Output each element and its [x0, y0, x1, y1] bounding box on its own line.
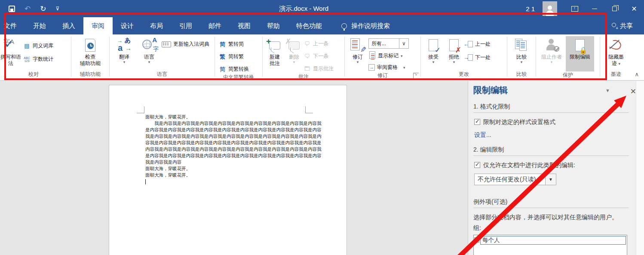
editing-restrictions-checkbox[interactable] [474, 162, 480, 168]
groups-listbox[interactable]: 每个人 [473, 235, 627, 255]
document-page[interactable]: 面朝大海，穿暖花开。 我是内容我是内容我是内容我是内容我是内容我是内容我是内容我… [109, 85, 347, 255]
track-changes-button[interactable]: ✎ 修订 ▾ [347, 36, 368, 64]
pane-close-icon[interactable]: ✕ [630, 87, 636, 96]
tab-design[interactable]: 设计 [113, 17, 142, 34]
everyone-list-item[interactable]: 每个人 [480, 236, 626, 245]
accept-icon: ✓ [429, 39, 438, 51]
qat-customize-icon[interactable]: ⊽ [56, 6, 60, 12]
ribbon-tabs: 文件 开始 插入 审阅 设计 布局 引用 邮件 视图 帮助 特色功能 [0, 17, 330, 34]
formatting-restrictions-checkbox[interactable] [474, 119, 480, 125]
next-change-icon: → [464, 54, 473, 61]
restore-icon [612, 6, 617, 11]
group-separator [536, 37, 536, 77]
tab-file[interactable]: 文件 [0, 17, 25, 34]
tab-mailings[interactable]: 邮件 [200, 17, 230, 34]
group-tracking: ✎ 修订 ▾ 所有... ∨ 显示标记 ▾ → [345, 34, 420, 80]
doc-line: 是内容我是内容我是内容我是内容我是内容我是内容我是内容我是内容我是内容我是内容 [145, 127, 317, 133]
language-button[interactable]: A字 语言 ▾ [137, 36, 162, 64]
editing-type-dropdown[interactable]: 不允许任何更改(只读) ▼ [474, 174, 629, 185]
everyone-checkbox[interactable] [474, 237, 479, 243]
minimize-button[interactable] [585, 0, 604, 17]
compare-button[interactable]: 比较 ▾ [510, 36, 533, 64]
delete-comment-button[interactable]: ✗ 删除 ▾ [285, 36, 304, 64]
accept-button[interactable]: ✓ 接受 ▾ [423, 36, 444, 64]
tab-review[interactable]: 审阅 [83, 17, 113, 34]
share-person-icon [610, 23, 617, 29]
tab-view[interactable]: 视图 [230, 17, 259, 34]
hide-ink-button[interactable]: 隐藏墨 迹 ▾ [603, 36, 629, 67]
markup-value: 所有... [368, 38, 399, 49]
show-comments-button[interactable]: 🗔 显示批注 [304, 64, 334, 73]
text-cursor [145, 179, 146, 184]
reject-button[interactable]: ✗ 拒绝 ▾ [444, 36, 464, 64]
group-separator [600, 37, 600, 77]
close-button[interactable]: ✕ [624, 0, 644, 17]
markup-dropdown-icon[interactable]: ∨ [399, 38, 409, 49]
ribbon-review: 字A ✓ 拼写和语法 ▤ 同义词库 ABC123 字数统计 校对 [0, 34, 644, 81]
book-icon: ▤ [23, 43, 31, 49]
tracking-dialog-launcher-icon[interactable] [413, 73, 419, 78]
ribbon-display-options-button[interactable] [565, 0, 585, 17]
tab-layout[interactable]: 布局 [142, 17, 171, 34]
check-accessibility-button[interactable]: 检查 辅助功能 [74, 36, 106, 67]
group-label-tracking: 修订 [345, 72, 420, 80]
margin-mark-left [137, 106, 144, 113]
group-changes: ✓ 接受 ▾ ✗ 拒绝 ▾ ← 上一处 → 下一处 [421, 34, 506, 80]
redo-icon[interactable]: ↻ [40, 4, 46, 13]
next-change-button[interactable]: → 下一处 [464, 53, 491, 62]
group-ink: 隐藏墨 迹 ▾ 墨迹 [601, 34, 632, 80]
group-label-language: 语言 [110, 71, 214, 80]
reviewing-pane-button[interactable]: → 审阅窗格 ▾ [368, 63, 409, 72]
markup-selector[interactable]: 所有... ∨ [368, 38, 409, 49]
show-markup-button[interactable]: 显示标记 ▾ [368, 51, 409, 60]
tab-home[interactable]: 开始 [25, 17, 54, 34]
tell-me-search[interactable]: 操作说明搜索 [341, 17, 390, 34]
group-comments: + 新建 批注 ✗ 删除 ▾ 🗩 上一条 🗨 下一条 [263, 34, 344, 80]
group-label-accessibility: 辅助功能 [72, 71, 109, 80]
traditional-to-simplified-button[interactable]: 简 繁转简 [219, 40, 249, 49]
doc-line: 是内容我是内容我是内容我是内容我是内容我是内容我是内容我是内容我是内容我是内容 [145, 152, 317, 159]
user-avatar[interactable] [543, 1, 557, 16]
tab-help[interactable]: 帮助 [259, 17, 288, 34]
tab-references[interactable]: 引用 [171, 17, 200, 34]
restrict-editing-pane: ✕ 限制编辑 ▼ 1. 格式化限制 限制对选定的样式设置格式 设置... 2. … [468, 81, 644, 255]
group-separator [344, 37, 345, 77]
word-count-icon: ABC123 [23, 56, 31, 62]
word-count-button[interactable]: ABC123 字数统计 [23, 55, 53, 64]
restrict-editing-button[interactable]: 🔒 限制编辑 [566, 36, 594, 72]
fan-icon: 繁 [219, 53, 226, 61]
translate-button[interactable]: → あ a → 翻译 ▾ [112, 36, 137, 64]
simplified-to-traditional-button[interactable]: 繁 简转繁 [219, 52, 249, 61]
tab-insert[interactable]: 插入 [54, 17, 83, 34]
block-authors-button[interactable]: 阻止作者 ▾ [538, 36, 565, 64]
previous-change-button[interactable]: ← 上一处 [464, 40, 491, 49]
exceptions-heading: 例外项(可选) [473, 198, 629, 208]
document-count: 21 [526, 5, 537, 12]
share-label: 共享 [620, 22, 633, 30]
quick-access-toolbar: ↶ ↻ ⊽ [0, 4, 82, 13]
share-button[interactable]: 共享 [610, 17, 644, 34]
editing-type-dropdown-icon[interactable]: ▼ [546, 174, 556, 185]
word-window: ↶ ↻ ⊽ 演示.docx - Word 21 ✕ 文件 开始 插入 审阅 设计… [0, 0, 644, 255]
tab-special-features[interactable]: 特色功能 [288, 17, 330, 34]
document-text[interactable]: 面朝大海，穿暖花开。 我是内容我是内容我是内容我是内容我是内容我是内容我是内容我… [145, 114, 317, 184]
pane-options-caret-icon[interactable]: ▼ [605, 88, 629, 93]
update-ime-dictionary-button[interactable]: 更新输入法词典 [162, 40, 209, 49]
spelling-grammar-button[interactable]: 字A ✓ 拼写和语法 [0, 36, 23, 67]
thesaurus-button[interactable]: ▤ 同义词库 [23, 41, 53, 50]
undo-icon[interactable]: ↶ [25, 4, 31, 13]
save-icon[interactable] [9, 6, 15, 12]
accessibility-icon [85, 39, 95, 52]
next-comment-button[interactable]: 🗨 下一条 [304, 52, 334, 61]
group-language: → あ a → 翻译 ▾ A字 语言 ▾ 更新输入法词典 [110, 34, 214, 80]
settings-link[interactable]: 设置... [474, 131, 491, 139]
globe-icon: A字 [142, 38, 156, 52]
previous-comment-button[interactable]: 🗩 上一条 [304, 39, 334, 48]
restore-button[interactable] [604, 0, 624, 17]
pane-scrollbar[interactable] [636, 81, 644, 255]
collapse-ribbon-icon[interactable]: ∧ [635, 71, 639, 78]
spelling-icon: 字A ✓ [3, 38, 18, 52]
new-comment-button[interactable]: + 新建 批注 [265, 36, 285, 67]
doc-line: 面朝大海，穿暖花开。 [145, 172, 317, 178]
convert-button[interactable]: 简 简繁转换 [219, 65, 249, 74]
